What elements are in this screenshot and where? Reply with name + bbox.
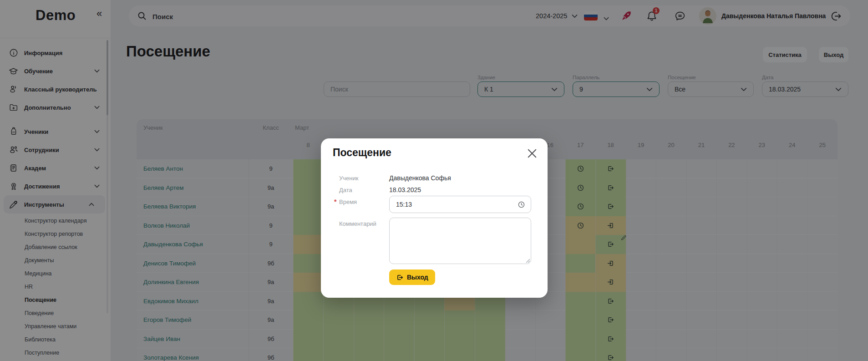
comment-field-label: Комментарий — [339, 220, 376, 227]
modal-exit-submit-label: Выход — [407, 274, 428, 281]
time-field-label: Время — [339, 198, 357, 205]
student-field-label: Ученик — [339, 175, 358, 182]
attendance-modal: Посещение Ученик Давыденкова Софья Дата … — [321, 138, 548, 298]
date-field-value: 18.03.2025 — [389, 186, 421, 193]
app-window: Demo « ИнформацияОбучениеКлассный руково… — [0, 0, 868, 361]
comment-textarea[interactable] — [389, 218, 531, 264]
time-input[interactable] — [389, 196, 531, 213]
close-icon[interactable] — [527, 148, 538, 159]
modal-exit-submit-button[interactable]: Выход — [389, 269, 435, 285]
exit-door-icon — [396, 274, 404, 281]
required-asterisk: * — [334, 198, 336, 205]
clock-icon[interactable] — [518, 201, 525, 208]
date-field-label: Дата — [339, 187, 352, 193]
student-field-value: Давыденкова Софья — [389, 174, 451, 182]
modal-title: Посещение — [333, 147, 391, 159]
textarea-resize-handle[interactable] — [526, 259, 530, 263]
